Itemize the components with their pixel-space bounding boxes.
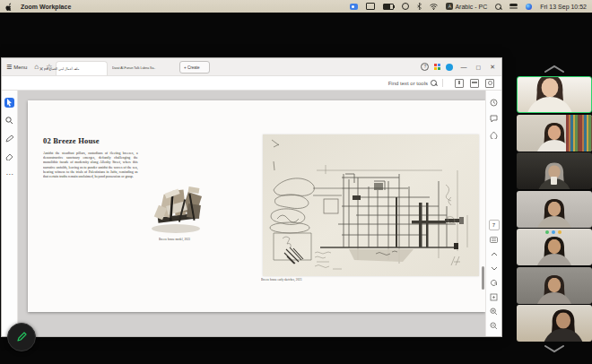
acrobat-toolbar: Find text or tools xyxy=(2,76,501,91)
acrobat-menu-button[interactable]: ☰ Menu xyxy=(2,64,30,71)
window-minimize-button[interactable]: — xyxy=(458,64,468,70)
create-button[interactable]: + Create xyxy=(179,61,209,74)
sketch-caption: Breeze house early sketches, 2023 xyxy=(261,278,301,281)
participant-tiles xyxy=(517,76,592,342)
document-tab[interactable]: ملف أعمال لبنى الصباغ.pdf ✕ xyxy=(56,61,108,75)
participant-video-tile[interactable] xyxy=(517,305,592,342)
comments-icon[interactable] xyxy=(489,114,499,124)
participant-silhouette xyxy=(517,229,592,265)
page-number-box[interactable]: 7 xyxy=(489,220,500,230)
chevron-down-icon[interactable] xyxy=(544,345,565,353)
left-tool-rail: ⋯ xyxy=(2,91,18,336)
breeze-house-sketch-image xyxy=(263,134,479,276)
bluetooth-icon[interactable] xyxy=(417,3,422,10)
battery-icon[interactable] xyxy=(383,4,394,10)
user-avatar[interactable] xyxy=(446,64,453,71)
document-viewport[interactable]: 02 Breeze House Amidst the steadfast pil… xyxy=(18,91,485,336)
acrobat-window: ☰ Menu ⌂ ☆ ملف أعمال لبنى الصباغ.pdf ✕ D… xyxy=(1,57,502,337)
doc-paragraph: Amidst the steadfast pillars, custodians… xyxy=(43,152,138,178)
model-caption: Breeze house model, 2023 xyxy=(159,238,190,240)
annotate-button[interactable] xyxy=(7,323,36,351)
right-tool-rail: 7 xyxy=(485,91,501,336)
zoom-shared-screen: ☰ Menu ⌂ ☆ ملف أعمال لبنى الصباغ.pdf ✕ D… xyxy=(0,13,592,364)
keyboard-input-icon[interactable]: AArabic - PC xyxy=(446,3,487,10)
rotate-icon[interactable] xyxy=(489,278,499,288)
thumbnails-icon[interactable] xyxy=(489,235,499,245)
window-close-button[interactable]: ✕ xyxy=(488,64,497,71)
participant-video-tile[interactable] xyxy=(517,267,592,304)
window-maximize-button[interactable]: ▢ xyxy=(474,64,483,70)
apps-grid-icon[interactable] xyxy=(434,64,440,70)
siri-icon[interactable] xyxy=(526,4,532,10)
eraser-tool[interactable] xyxy=(4,152,14,161)
sign-icon[interactable] xyxy=(489,130,499,140)
participant-silhouette xyxy=(517,191,592,228)
zoom-app-icon[interactable] xyxy=(350,4,358,10)
fit-page-icon[interactable] xyxy=(489,292,499,302)
find-tools-search[interactable]: Find text or tools xyxy=(388,80,437,86)
breeze-house-model-image xyxy=(147,179,213,237)
participant-video-tile[interactable] xyxy=(517,152,592,189)
chevron-up-icon[interactable] xyxy=(544,65,565,73)
doc-heading: 02 Breeze House xyxy=(43,136,100,145)
select-arrow-tool[interactable] xyxy=(4,98,14,108)
zoom-tool[interactable] xyxy=(4,116,14,126)
apple-logo-icon[interactable] xyxy=(5,3,13,11)
pencil-icon xyxy=(15,331,28,343)
menubar-clock[interactable]: Fri 13 Sep 10:52 xyxy=(540,4,587,10)
document-tab[interactable]: Darat Al-Funun Talk Lubna Sa.. xyxy=(109,61,170,75)
hamburger-icon: ☰ xyxy=(6,64,12,71)
macos-menubar: Zoom Workplace AArabic - PC Fri 13 Sep 1… xyxy=(0,0,592,13)
wifi-icon[interactable] xyxy=(430,4,438,10)
clock-icon[interactable] xyxy=(402,3,409,10)
participant-video-tile[interactable] xyxy=(517,76,592,113)
acrobat-tab-bar: ☰ Menu ⌂ ☆ ملف أعمال لبنى الصباغ.pdf ✕ D… xyxy=(2,58,501,76)
display-icon[interactable] xyxy=(366,3,375,10)
pen-annotate-tool[interactable] xyxy=(4,134,14,143)
history-icon[interactable] xyxy=(489,98,499,108)
tab-title: ملف أعمال لبنى الصباغ.pdf xyxy=(44,66,79,70)
menubar-app-name[interactable]: Zoom Workplace xyxy=(21,4,71,10)
participant-video-tile[interactable] xyxy=(517,191,592,228)
spotlight-search-icon[interactable] xyxy=(495,4,501,10)
search-icon xyxy=(431,80,437,86)
more-tools-icon[interactable]: ⋯ xyxy=(4,169,14,179)
participant-silhouette xyxy=(521,305,592,342)
print-icon[interactable] xyxy=(470,79,479,88)
input-source-label[interactable]: Arabic - PC xyxy=(455,4,487,10)
vertical-scrollbar[interactable] xyxy=(482,266,484,290)
pdf-page: 02 Breeze House Amidst the steadfast pil… xyxy=(28,100,485,312)
participant-video-tile[interactable] xyxy=(517,115,592,152)
participant-silhouette xyxy=(517,115,592,152)
export-icon[interactable] xyxy=(455,79,464,88)
drinking-cup xyxy=(551,177,557,185)
share-icon[interactable] xyxy=(485,79,494,88)
zoom-out-icon[interactable] xyxy=(489,321,499,331)
tab-close-icon[interactable]: ✕ xyxy=(39,65,44,72)
help-icon[interactable]: ? xyxy=(421,63,429,71)
tab-title: Darat Al-Funun Talk Lubna Sa.. xyxy=(112,66,155,69)
participant-silhouette xyxy=(517,76,592,112)
participant-video-tile[interactable] xyxy=(517,229,592,265)
control-center-icon[interactable] xyxy=(509,4,518,9)
zoom-in-icon[interactable] xyxy=(489,307,499,316)
next-page-icon[interactable] xyxy=(489,264,499,273)
find-label: Find text or tools xyxy=(388,81,428,86)
participant-filmstrip xyxy=(517,63,592,353)
previous-page-icon[interactable] xyxy=(489,249,499,259)
acrobat-tabs: ملف أعمال لبنى الصباغ.pdf ✕ Darat Al-Fun… xyxy=(56,58,170,75)
